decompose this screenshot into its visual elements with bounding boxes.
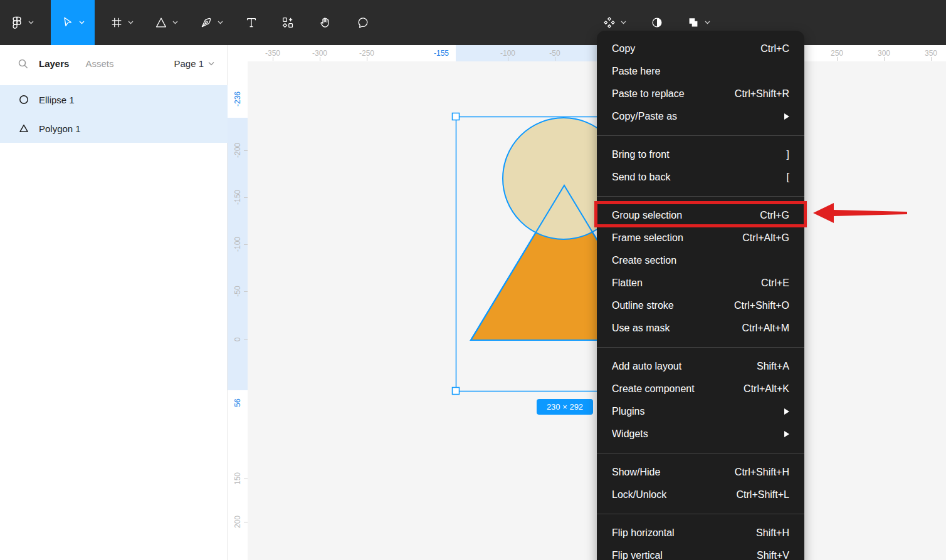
comment-tool-button[interactable] [349, 0, 377, 45]
menu-item-label: Copy [612, 43, 760, 54]
ruler-tick [244, 340, 248, 340]
ruler-label: -100 [500, 49, 515, 58]
ruler-label: -50 [549, 49, 560, 58]
menu-item-use-as-mask[interactable]: Use as mask Ctrl+Alt+M [597, 317, 804, 340]
menu-item-label: Add auto layout [612, 361, 757, 372]
ruler-tick [931, 57, 932, 61]
menu-item-widgets[interactable]: Widgets [597, 423, 804, 445]
pen-tool-button[interactable] [190, 0, 233, 45]
menu-item-label: Use as mask [612, 323, 742, 334]
menu-item-shortcut: Ctrl+Alt+M [742, 323, 789, 334]
triangle-icon [154, 16, 168, 29]
menu-item-add-auto-layout[interactable]: Add auto layout Shift+A [597, 355, 804, 378]
context-menu: Copy Ctrl+C Paste here Paste to replace … [597, 31, 804, 560]
menu-item-label: Create section [612, 255, 789, 266]
layer-row-ellipse[interactable]: Ellipse 1 [0, 85, 228, 114]
ruler-label: -50 [233, 286, 242, 296]
selection-size-badge: 230 × 292 [537, 399, 593, 415]
tab-assets[interactable]: Assets [85, 58, 113, 69]
ruler-label: 150 [233, 472, 242, 485]
menu-separator [597, 135, 804, 136]
menu-item-send-to-back[interactable]: Send to back [ [597, 166, 804, 189]
menu-item-shortcut: Ctrl+Shift+O [734, 300, 789, 311]
polygon-icon [19, 123, 29, 133]
menu-item-shortcut: Shift+A [757, 361, 789, 372]
ruler-tick [884, 57, 885, 61]
figma-app-window: 230 × 292 -350 -300 -250 -155 -100 -50 2… [0, 0, 946, 560]
menu-item-copy[interactable]: Copy Ctrl+C [597, 38, 804, 60]
menu-item-copy-paste-as[interactable]: Copy/Paste as [597, 105, 804, 128]
chevron-down-icon [705, 21, 710, 24]
menu-item-flatten[interactable]: Flatten Ctrl+E [597, 272, 804, 294]
ruler-tick [244, 197, 248, 198]
move-tool-button[interactable] [51, 0, 95, 45]
menu-item-outline-stroke[interactable]: Outline stroke Ctrl+Shift+O [597, 294, 804, 317]
menu-item-shortcut: Shift+H [756, 527, 789, 539]
menu-item-label: Flip vertical [612, 550, 757, 560]
submenu-arrow-icon [784, 408, 789, 415]
menu-item-shortcut: Ctrl+E [761, 277, 789, 289]
menu-item-flip-horizontal[interactable]: Flip horizontal Shift+H [597, 522, 804, 544]
ellipse-icon [19, 95, 29, 105]
menu-item-create-section[interactable]: Create section [597, 249, 804, 272]
menu-item-label: Frame selection [612, 232, 742, 244]
main-menu-button[interactable] [4, 0, 40, 45]
ruler-tick [244, 244, 248, 245]
layers-panel: Layers Assets Page 1 Ellipse 1 Polygon 1 [0, 45, 228, 560]
ruler-tick [555, 57, 555, 61]
submenu-arrow-icon [784, 113, 789, 120]
search-icon[interactable] [18, 58, 29, 70]
horizontal-ruler[interactable]: -350 -300 -250 -155 -100 -50 250 300 350 [228, 45, 946, 61]
ruler-label: 350 [925, 49, 937, 58]
ruler-tick [244, 522, 248, 522]
layer-name: Polygon 1 [39, 123, 81, 134]
menu-item-show-hide[interactable]: Show/Hide Ctrl+Shift+H [597, 461, 804, 484]
frame-tool-button[interactable] [100, 0, 143, 45]
layer-row-polygon[interactable]: Polygon 1 [0, 114, 228, 143]
menu-item-lock-unlock[interactable]: Lock/Unlock Ctrl+Shift+L [597, 484, 804, 506]
menu-item-group-selection[interactable]: Group selection Ctrl+G [597, 204, 804, 227]
ruler-label: 200 [233, 516, 242, 528]
menu-item-label: Bring to front [612, 149, 787, 160]
page-selector[interactable]: Page 1 [174, 58, 214, 69]
tab-layers[interactable]: Layers [39, 58, 69, 69]
menu-item-bring-to-front[interactable]: Bring to front ] [597, 143, 804, 166]
text-tool-button[interactable] [238, 0, 265, 45]
actions-tool-button[interactable] [274, 0, 302, 45]
ruler-selection-label: -236 [233, 91, 242, 106]
ruler-tick [273, 57, 273, 61]
menu-item-label: Plugins [612, 406, 784, 417]
menu-item-paste-to-replace[interactable]: Paste to replace Ctrl+Shift+R [597, 83, 804, 105]
layer-name: Ellipse 1 [39, 95, 75, 105]
ruler-label: -250 [359, 49, 374, 58]
ruler-label: -200 [233, 143, 242, 158]
frame-icon [110, 16, 124, 29]
boolean-union-icon [686, 16, 700, 29]
menu-item-label: Outline stroke [612, 300, 734, 311]
component-diamonds-icon [602, 16, 616, 29]
menu-item-shortcut: Ctrl+Shift+L [737, 489, 789, 500]
chevron-down-icon [79, 21, 85, 24]
menu-item-plugins[interactable]: Plugins [597, 400, 804, 423]
menu-item-label: Group selection [612, 210, 760, 221]
chevron-down-icon [218, 21, 223, 24]
chevron-down-icon [621, 21, 626, 24]
menu-item-label: Lock/Unlock [612, 489, 737, 500]
hand-tool-button[interactable] [311, 0, 340, 45]
menu-item-create-component[interactable]: Create component Ctrl+Alt+K [597, 378, 804, 400]
menu-item-label: Widgets [612, 428, 784, 440]
menu-item-frame-selection[interactable]: Frame selection Ctrl+Alt+G [597, 227, 804, 249]
menu-item-shortcut: Ctrl+Shift+R [735, 88, 789, 100]
actions-icon [281, 16, 295, 29]
ruler-tick [320, 57, 320, 61]
ruler-tick [244, 479, 248, 479]
menu-item-paste-here[interactable]: Paste here [597, 60, 804, 83]
menu-item-label: Send to back [612, 172, 787, 183]
shape-tool-button[interactable] [145, 0, 187, 45]
menu-item-label: Show/Hide [612, 467, 735, 478]
menu-item-flip-vertical[interactable]: Flip vertical Shift+V [597, 544, 804, 560]
vertical-ruler[interactable]: -236 -200 -150 -100 -50 0 56 150 200 [228, 61, 248, 560]
menu-separator [597, 514, 804, 514]
menu-item-label: Create component [612, 383, 744, 395]
figma-logo-icon [10, 16, 24, 29]
